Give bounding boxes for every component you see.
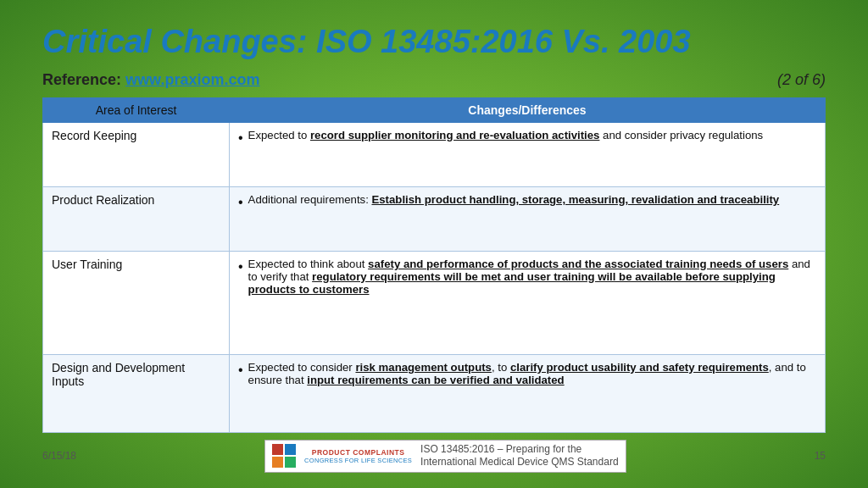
reference-link[interactable]: www.praxiom.com [125,71,259,88]
table-row: User Training Expected to think about sa… [43,251,826,354]
reference: Reference: www.praxiom.com [42,71,259,89]
svg-rect-1 [285,444,296,455]
table-row: Record Keeping Expected to record suppli… [43,122,826,186]
logo-text-box: PRODUCT COMPLAINTS CONGRESS for Life Sci… [304,448,412,464]
logo-title: PRODUCT COMPLAINTS [312,448,405,457]
page-number: (2 of 6) [777,71,826,89]
footer-logo: PRODUCT COMPLAINTS CONGRESS for Life Sci… [264,440,626,473]
area-design-development: Design and Development Inputs [43,354,230,432]
footer-congress-text: ISO 13485:2016 – Preparing for the Inter… [420,443,618,469]
col-header-area: Area of Interest [43,97,230,122]
slide-title: Critical Changes: ISO 13485:2016 Vs. 200… [42,24,826,61]
svg-rect-2 [272,457,283,468]
svg-rect-3 [285,457,296,468]
changes-design-development: Expected to consider risk management out… [230,354,826,432]
footer-text-line1: ISO 13485:2016 – Preparing for the [420,443,618,457]
area-user-training: User Training [43,251,230,354]
footer-text-line2: International Medical Device QMS Standar… [420,456,618,469]
changes-product-realization: Additional requirements: Establish produ… [230,186,826,251]
reference-row: Reference: www.praxiom.com (2 of 6) [42,71,826,89]
svg-rect-0 [272,444,283,455]
footer-date: 6/15/18 [42,450,76,462]
table-row: Design and Development Inputs Expected t… [43,354,826,432]
col-header-changes: Changes/Differences [230,97,826,122]
reference-label: Reference: [42,71,121,88]
logo-subtitle: CONGRESS for Life Sciences [304,457,412,464]
changes-table: Area of Interest Changes/Differences Rec… [42,97,826,433]
slide: Critical Changes: ISO 13485:2016 Vs. 200… [0,0,868,488]
changes-user-training: Expected to think about safety and perfo… [230,251,826,354]
changes-record-keeping: Expected to record supplier monitoring a… [230,122,826,186]
table-row: Product Realization Additional requireme… [43,186,826,251]
area-record-keeping: Record Keeping [43,122,230,186]
footer: 6/15/18 PRODUCT COMPLAINTS CONGRESS for … [42,440,826,473]
logo-icon [272,444,296,468]
area-product-realization: Product Realization [43,186,230,251]
footer-page: 15 [815,450,826,462]
